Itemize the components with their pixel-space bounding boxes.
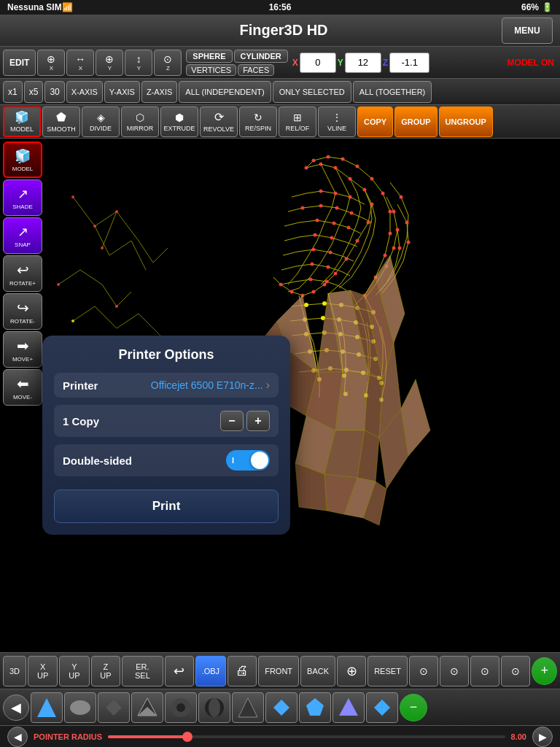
svg-point-106	[93, 225, 96, 228]
divide-tool-button[interactable]: ◈ DIVIDE	[82, 107, 120, 137]
edit-button[interactable]: EDIT	[3, 50, 36, 76]
mirror-tool-button[interactable]: ⬡ MIRROR	[121, 107, 159, 137]
rotate-y-forward-button[interactable]: ⊙	[470, 656, 499, 686]
axis-xy-btn[interactable]: ⊕ X	[37, 50, 65, 76]
shape-icon-3	[103, 697, 125, 719]
shape-btn-11[interactable]	[366, 692, 398, 723]
only-selected-button[interactable]: ONLY SELECTED	[273, 81, 351, 103]
faces-button[interactable]: FACES	[238, 64, 274, 76]
x-coord-input[interactable]	[300, 53, 336, 73]
respin-tool-button[interactable]: ↻ RE/SPIN	[239, 107, 277, 137]
zup-button[interactable]: Z UP	[91, 656, 121, 686]
shape-btn-2[interactable]	[64, 692, 96, 723]
canvas-area[interactable]: 🧊 MODEL ↗ SHADE ↗ SNAP ↩ ROTATE+ ↪ ROTAT…	[0, 139, 560, 547]
ungroup-button[interactable]: UNGROUP	[439, 107, 493, 137]
shape-btn-9[interactable]	[299, 692, 331, 723]
all-independent-button[interactable]: ALL (INDEPENDENT)	[179, 81, 271, 103]
carrier-label: Nessuna SIM	[7, 2, 62, 12]
relof-tool-button[interactable]: ⊞ REL/OF	[279, 107, 316, 137]
reset-button[interactable]: RESET	[368, 656, 408, 686]
revolve-tool-button[interactable]: ⟳ REVOLVE	[200, 107, 238, 137]
radius-slider[interactable]	[108, 735, 505, 738]
extrude-tool-button[interactable]: ⬢ EXTRUDE	[160, 107, 198, 137]
svg-point-120	[176, 703, 185, 712]
remove-circle-button[interactable]: −	[400, 694, 427, 721]
x5-button[interactable]: x5	[24, 81, 44, 103]
rotate-y-back-button[interactable]: ⊙	[501, 656, 530, 686]
print-icon-button[interactable]: 🖨	[228, 656, 257, 686]
divide-icon: ◈	[97, 112, 105, 123]
copy-button[interactable]: COPY	[357, 107, 393, 137]
shape-btn-8[interactable]	[265, 692, 298, 723]
add-circle-button[interactable]: +	[532, 657, 557, 685]
z-coord-input[interactable]	[389, 53, 429, 73]
smooth-tool-button[interactable]: ⬟ SMOOTH	[42, 107, 80, 137]
yup-button[interactable]: Y UP	[59, 656, 89, 686]
move-minus-button[interactable]: ⬅ MOVE-	[3, 369, 42, 406]
revolve-label: REVOLVE	[203, 125, 234, 133]
printer-options-dialog: Printer Options Printer Officejet 6500 E…	[42, 336, 290, 535]
pointer-left-button[interactable]: ◀	[7, 727, 28, 747]
model-tool-button[interactable]: 🧊 MODEL	[3, 107, 41, 137]
x1-button[interactable]: x1	[3, 81, 23, 103]
all-together-button[interactable]: ALL (TOGETHER)	[353, 81, 432, 103]
svg-point-51	[398, 247, 402, 250]
bottom-toolbar2: ◀	[0, 689, 560, 725]
xup-button[interactable]: X UP	[28, 656, 58, 686]
menu-button[interactable]: MENU	[502, 18, 553, 44]
er-sel-button[interactable]: ER. SEL	[122, 656, 163, 686]
front-button[interactable]: FRONT	[258, 656, 299, 686]
svg-point-17	[319, 190, 323, 193]
shape-btn-1[interactable]	[31, 692, 63, 723]
rotate-y-back-icon: ⊙	[511, 665, 520, 677]
y-coord-input[interactable]	[345, 53, 381, 73]
sphere-button[interactable]: SPHERE	[186, 50, 232, 63]
shape-icon-4	[136, 697, 158, 719]
rotate-x-back-button[interactable]: ⊙	[440, 656, 469, 686]
x-axis-button[interactable]: X-AXIS	[66, 81, 103, 103]
z-axis-button[interactable]: Z-AXIS	[141, 81, 177, 103]
shape-btn-4[interactable]	[131, 692, 163, 723]
3d-button[interactable]: 3D	[3, 656, 26, 686]
pointer-right-button[interactable]: ▶	[532, 727, 553, 747]
nav-left-button[interactable]: ◀	[3, 694, 29, 721]
copy-minus-button[interactable]: −	[220, 411, 244, 431]
shape-btn-6[interactable]	[198, 692, 230, 723]
undo-button[interactable]: ↩	[165, 656, 194, 686]
axis-y-btn[interactable]: ↕ Y	[125, 50, 152, 76]
rotate-plus-button[interactable]: ↩ ROTATE+	[3, 255, 42, 292]
svg-point-26	[314, 233, 317, 237]
model-side-button[interactable]: 🧊 MODEL	[3, 142, 42, 178]
vline-label: VLINE	[327, 125, 346, 132]
copy-plus-button[interactable]: +	[246, 411, 270, 431]
move-icon-button[interactable]: ⊕	[337, 656, 366, 686]
vline-tool-button[interactable]: ⋮ VLINE	[318, 107, 356, 137]
axis-x-btn[interactable]: ↔ X	[66, 50, 94, 76]
undo-icon: ↩	[174, 663, 184, 679]
rotate-x-forward-button[interactable]: ⊙	[409, 656, 438, 686]
svg-point-107	[115, 210, 118, 213]
printer-value[interactable]: Officejet 6500 E710n-z... ›	[151, 379, 270, 392]
shape-btn-7[interactable]	[232, 692, 264, 723]
move-plus-button[interactable]: ➡ MOVE+	[3, 331, 42, 368]
obj-button[interactable]: .OBJ	[195, 656, 226, 686]
shape-btn-10[interactable]	[332, 692, 365, 723]
group-button[interactable]: GROUP	[394, 107, 437, 137]
shape-btn-5[interactable]	[165, 692, 197, 723]
axis-z-btn[interactable]: ⊙ Z	[154, 50, 182, 76]
vertices-button[interactable]: VERTICES	[186, 64, 236, 76]
print-button[interactable]: Print	[54, 489, 279, 523]
shape-btn-3[interactable]	[98, 692, 130, 723]
y-axis-button[interactable]: Y-AXIS	[104, 81, 140, 103]
back-button[interactable]: BACK	[300, 656, 335, 686]
svg-point-108	[101, 247, 104, 249]
cylinder-button[interactable]: CYLINDER	[234, 50, 288, 63]
rotate-minus-button[interactable]: ↪ ROTATE-	[3, 293, 42, 330]
axis-yz-btn[interactable]: ⊕ Y	[96, 50, 123, 76]
x30-button[interactable]: 30	[44, 81, 64, 103]
snap-icon: ↗	[18, 224, 28, 240]
snap-button[interactable]: ↗ SNAP	[3, 217, 42, 254]
model-side-label: MODEL	[12, 166, 33, 172]
shade-button[interactable]: ↗ SHADE	[3, 179, 42, 216]
double-sided-toggle[interactable]: I	[226, 450, 270, 471]
